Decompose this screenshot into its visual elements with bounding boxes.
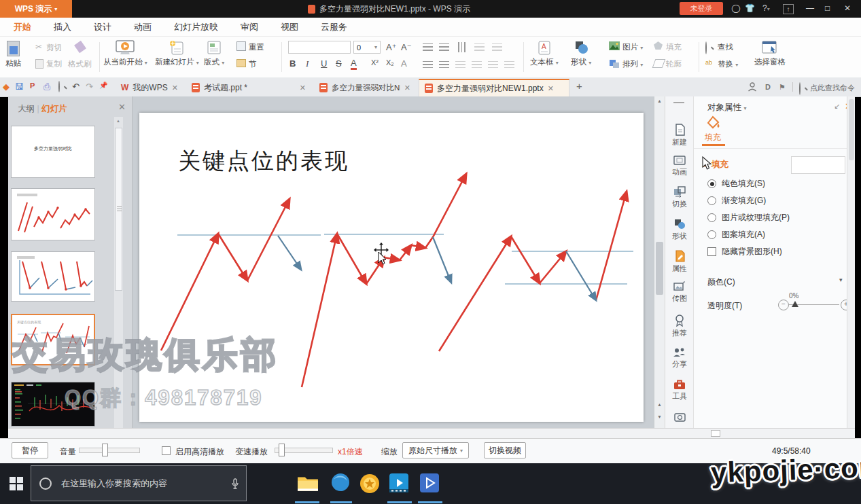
arrange-button[interactable]: 排列 ▾: [622, 59, 643, 69]
radio-pattern-fill[interactable]: 图案填充(A): [707, 229, 765, 240]
redo-icon[interactable]: ↷: [86, 82, 93, 92]
scrollbar-thumb[interactable]: [115, 128, 122, 291]
columns-icon[interactable]: [474, 43, 485, 51]
rail-item-tools[interactable]: 工具: [665, 379, 694, 401]
start-button[interactable]: [10, 477, 23, 490]
hd-checkbox[interactable]: [162, 446, 171, 455]
checkbox-hide-background[interactable]: 隐藏背景图形(H): [707, 246, 782, 257]
docer-icon[interactable]: D: [765, 83, 771, 91]
scroll-up-icon[interactable]: ▲: [116, 119, 120, 123]
tab-exam-ppt[interactable]: 考试题.ppt * ✕: [186, 79, 311, 96]
pullback-arrow-1[interactable]: [278, 236, 301, 270]
underline-button[interactable]: U: [321, 58, 327, 69]
rail-item-shapes[interactable]: 形状: [665, 218, 694, 241]
find-button[interactable]: 查找: [718, 42, 733, 52]
theme-circle-icon[interactable]: ◯: [731, 3, 740, 13]
fill-tab[interactable]: 填充: [705, 132, 721, 143]
rail-item-recommend[interactable]: 推荐: [665, 314, 694, 338]
price-path-3[interactable]: [439, 192, 627, 351]
layout-button[interactable]: 版式 ▾: [204, 40, 224, 67]
radio-gradient-fill[interactable]: 渐变填充(G): [707, 195, 766, 206]
minimize-button[interactable]: —: [806, 3, 814, 13]
print-icon[interactable]: ⎙: [43, 82, 50, 92]
menu-tab-cloud[interactable]: 云服务: [321, 21, 347, 33]
cut-button[interactable]: 剪切: [46, 43, 62, 53]
replace-button[interactable]: 替换 ▾: [718, 59, 738, 69]
rail-item-partial[interactable]: [665, 412, 694, 422]
person-icon[interactable]: [748, 82, 757, 92]
tab-doc-new1-active[interactable]: 多空力量强弱对比NEW1.pptx ✕: [419, 79, 569, 96]
bullet-list-icon[interactable]: [423, 43, 433, 51]
format-painter-button[interactable]: 格式刷: [68, 59, 92, 69]
slide-thumbnail-3[interactable]: [11, 251, 95, 302]
print-preview-icon[interactable]: [58, 82, 60, 92]
panel-scrollbar[interactable]: [847, 96, 855, 428]
browser-icon[interactable]: [331, 473, 353, 494]
outline-button[interactable]: 轮廓: [666, 59, 682, 69]
new-tab-button[interactable]: +: [576, 80, 582, 92]
pause-button[interactable]: 暂停: [12, 442, 48, 458]
undo-icon[interactable]: ↶: [72, 82, 80, 92]
wps-home-icon[interactable]: ◆: [3, 82, 10, 92]
save-icon[interactable]: 🖫: [15, 82, 24, 92]
price-path-1[interactable]: [161, 199, 289, 350]
menu-tab-insert[interactable]: 插入: [54, 21, 71, 33]
pullback-arrow-3[interactable]: [566, 251, 596, 300]
new-slide-button[interactable]: 新建幻灯片 ▾: [155, 40, 199, 67]
transparency-minus-button[interactable]: −: [778, 300, 789, 310]
expand-panel-icon[interactable]: ↙: [834, 102, 840, 111]
decrease-font-button[interactable]: A⁻: [401, 42, 412, 52]
increase-font-button[interactable]: A⁺: [386, 42, 397, 52]
login-button[interactable]: 未登录: [680, 2, 723, 15]
indent-decrease-icon[interactable]: [488, 61, 498, 69]
paste-button[interactable]: 粘贴: [5, 41, 21, 69]
scrollbar-thumb[interactable]: [849, 99, 854, 160]
rail-item-share[interactable]: 分享: [665, 347, 694, 370]
reset-button[interactable]: 重置: [249, 42, 264, 52]
close-tab-icon[interactable]: ✕: [548, 84, 554, 93]
gold-coin-app-icon[interactable]: [359, 473, 381, 494]
menu-tab-review[interactable]: 审阅: [241, 21, 258, 33]
scrollbar-thumb[interactable]: [711, 430, 720, 437]
menu-tab-home[interactable]: 开始: [14, 21, 31, 33]
thumbnails-scrollbar[interactable]: ▲: [114, 117, 123, 428]
text-box-button[interactable]: A 文本框 ▾: [530, 40, 559, 67]
close-button[interactable]: ✕: [844, 3, 851, 13]
scroll-up-icon[interactable]: ▲: [657, 98, 662, 103]
close-panel-icon[interactable]: ✕: [118, 102, 126, 112]
section-button[interactable]: 节: [249, 59, 257, 69]
export-pdf-icon[interactable]: P: [30, 82, 35, 90]
video-player-icon[interactable]: [389, 473, 410, 494]
collapse-handle-icon[interactable]: [673, 102, 684, 103]
rail-item-animation[interactable]: 动画: [665, 155, 694, 177]
collapse-ribbon-icon[interactable]: ↑: [783, 4, 794, 14]
fill-value-box[interactable]: [791, 156, 845, 174]
font-size-box[interactable]: 0▾: [353, 41, 381, 54]
superscript-button[interactable]: X²: [371, 58, 379, 67]
canvas-scrollbar[interactable]: ▲ ▲ ▼: [654, 96, 665, 428]
slide-title[interactable]: 关键点位的表现: [178, 149, 349, 173]
pin-icon[interactable]: 📌: [99, 82, 107, 89]
volume-slider[interactable]: [79, 448, 140, 453]
command-search-input[interactable]: 点此查找命令: [810, 83, 855, 93]
tab-doc-new[interactable]: 多空力量强弱对比NEW.ppt ✕: [314, 79, 416, 96]
rail-item-properties-active[interactable]: 属性: [665, 250, 694, 274]
switch-video-button[interactable]: 切换视频: [484, 442, 526, 458]
slide-thumbnail-2[interactable]: [11, 188, 95, 240]
menu-tab-design[interactable]: 设计: [94, 21, 111, 33]
slides-tab[interactable]: 幻灯片: [41, 104, 67, 113]
taskbar-search[interactable]: 在这里输入你要搜索的内容: [31, 465, 247, 501]
copy-button[interactable]: 复制: [46, 59, 62, 69]
rail-item-transition[interactable]: 切换: [665, 186, 694, 209]
menu-tab-view[interactable]: 视图: [281, 21, 298, 33]
close-tab-icon[interactable]: ✕: [404, 84, 410, 92]
maximize-button[interactable]: □: [825, 3, 830, 13]
radio-picture-fill[interactable]: 图片或纹理填充(P): [707, 212, 790, 223]
help-icon[interactable]: ?▾: [762, 3, 770, 13]
radio-solid-fill[interactable]: 纯色填充(S): [707, 178, 765, 190]
font-name-box[interactable]: [288, 41, 351, 54]
fill-button[interactable]: 填充: [666, 42, 682, 52]
fill-section-header[interactable]: 填充: [711, 159, 728, 170]
highlight-button[interactable]: A: [401, 58, 407, 69]
strikethrough-button[interactable]: S: [336, 58, 342, 69]
